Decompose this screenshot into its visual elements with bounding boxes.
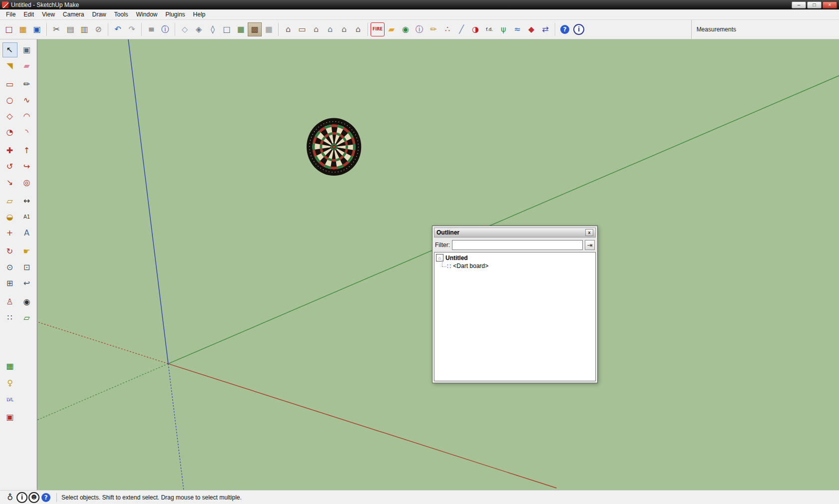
menu-draw[interactable]: Draw xyxy=(88,10,110,19)
rectangle-tool[interactable]: ▭ xyxy=(2,77,17,92)
contrast-plugin-button[interactable]: ◑ xyxy=(468,22,482,36)
add-location-button[interactable]: ◉ xyxy=(399,22,413,36)
outliner-close-button[interactable]: x xyxy=(585,229,593,236)
menu-file[interactable]: File xyxy=(2,10,19,19)
zoom-previous-tool[interactable]: ↩ xyxy=(19,276,34,291)
titlebar[interactable]: Untitled - SketchUp Make – □ × xyxy=(0,0,839,9)
close-button[interactable]: × xyxy=(823,1,837,8)
move-tool[interactable]: ✚ xyxy=(2,143,17,158)
view-left-button[interactable]: ⌂ xyxy=(351,22,365,36)
plugin-lamp-tool[interactable]: ♀ xyxy=(2,376,17,391)
menu-camera[interactable]: Camera xyxy=(59,10,88,19)
style-wireframe-button[interactable]: ◊ xyxy=(206,22,220,36)
copy-button[interactable]: ▤ xyxy=(63,22,77,36)
style-back-edges-button[interactable]: ◈ xyxy=(192,22,206,36)
water-plugin-button[interactable]: ≈ xyxy=(510,22,524,36)
dimension-tool[interactable]: ↔ xyxy=(19,194,34,209)
arc-tool[interactable]: ◠ xyxy=(19,109,34,124)
minimize-button[interactable]: – xyxy=(792,1,806,8)
plugin-lvl-tool[interactable]: LVL xyxy=(2,393,17,408)
two-point-arc-tool[interactable]: ◝ xyxy=(19,125,34,140)
freehand-tool[interactable]: ∿ xyxy=(19,93,34,108)
model-info-plugin-button[interactable]: ⓘ xyxy=(413,22,426,36)
cut-button[interactable]: ✂ xyxy=(49,22,63,36)
section-plane-tool[interactable]: ▱ xyxy=(19,310,34,325)
filter-input[interactable] xyxy=(452,240,583,250)
menu-tools[interactable]: Tools xyxy=(110,10,132,19)
filter-apply-button[interactable]: ⇥ xyxy=(585,240,595,250)
zoom-window-tool[interactable]: ⊡ xyxy=(19,260,34,275)
select-tool[interactable]: ↖ xyxy=(2,42,17,57)
follow-me-tool[interactable]: ↪ xyxy=(19,159,34,174)
tree-row-model[interactable]: ⌂ Untitled xyxy=(436,253,594,262)
style-shaded-button[interactable]: ■ xyxy=(234,22,248,36)
measurements-input[interactable] xyxy=(740,24,837,35)
pie-tool[interactable]: ◔ xyxy=(2,125,17,140)
orbit-tool[interactable]: ↻ xyxy=(2,244,17,259)
axes-tool[interactable]: + xyxy=(2,226,17,241)
credits-button[interactable]: i xyxy=(16,492,28,504)
print-button[interactable]: ≡ xyxy=(144,22,158,36)
outliner-titlebar[interactable]: Outliner x xyxy=(434,228,596,238)
offset-tool[interactable]: ◎ xyxy=(19,175,34,190)
push-pull-tool[interactable]: ↑ xyxy=(19,143,34,158)
protractor-tool[interactable]: ◒ xyxy=(2,210,17,225)
open-button[interactable]: ▦ xyxy=(16,22,30,36)
dartboard-object[interactable] xyxy=(307,118,361,176)
eyedropper-plugin-button[interactable]: ╱ xyxy=(454,22,468,36)
save-button[interactable]: ▣ xyxy=(30,22,44,36)
view-back-button[interactable]: ⌂ xyxy=(337,22,351,36)
fd-ruler-plugin-button[interactable]: f.d. xyxy=(482,22,496,36)
undo-button[interactable]: ↶ xyxy=(111,22,125,36)
user-account-button[interactable]: ☻ xyxy=(28,492,40,504)
style-shaded-textures-button[interactable]: ▩ xyxy=(248,22,262,36)
menu-view[interactable]: View xyxy=(38,10,59,19)
view-iso-button[interactable]: ⌂ xyxy=(281,22,295,36)
polygon-tool[interactable]: ◇ xyxy=(2,109,17,124)
viewport[interactable]: Outliner x Filter: ⇥ ⌂ Untitled xyxy=(37,39,839,490)
style-monochrome-button[interactable]: ■ xyxy=(262,22,276,36)
geolocation-button[interactable]: ♁ xyxy=(4,492,16,504)
style-xray-button[interactable]: ◇ xyxy=(178,22,192,36)
maximize-button[interactable]: □ xyxy=(807,1,822,8)
new-button[interactable]: □ xyxy=(2,22,16,36)
menu-help[interactable]: Help xyxy=(189,10,210,19)
model-info-button[interactable]: ⓘ xyxy=(158,22,172,36)
tree-row-dartboard[interactable]: ∷ <Dart board> xyxy=(441,262,594,270)
view-front-button[interactable]: ⌂ xyxy=(309,22,323,36)
menu-window[interactable]: Window xyxy=(132,10,162,19)
pan-tool[interactable]: ☛ xyxy=(19,244,34,259)
export-plugin-button[interactable]: ⇄ xyxy=(538,22,552,36)
plugin-box-tool[interactable]: ▣ xyxy=(2,410,17,425)
view-top-button[interactable]: ▭ xyxy=(295,22,309,36)
zoom-tool[interactable]: ⊙ xyxy=(2,260,17,275)
erase-button[interactable]: ⊘ xyxy=(91,22,105,36)
info-button[interactable]: i xyxy=(572,22,586,36)
circle-tool[interactable]: ○ xyxy=(2,93,17,108)
grass-plugin-button[interactable]: ψ xyxy=(496,22,510,36)
position-camera-tool[interactable]: ♙ xyxy=(2,294,17,309)
redo-button[interactable]: ↷ xyxy=(125,22,139,36)
eraser-tool[interactable]: ▰ xyxy=(19,58,34,73)
colors-plugin-button[interactable]: ∴ xyxy=(440,22,454,36)
paste-button[interactable]: ▥ xyxy=(77,22,91,36)
folder-plugin-button[interactable]: ▰ xyxy=(385,22,399,36)
style-hidden-line-button[interactable]: □ xyxy=(220,22,234,36)
fire-plugin-button[interactable]: FIRE xyxy=(371,22,385,36)
plugin-building-tool[interactable]: ▦ xyxy=(2,359,17,374)
text-tool[interactable]: A1 xyxy=(19,210,34,225)
line-tool[interactable]: ✏ xyxy=(19,77,34,92)
paint-bucket-tool[interactable]: ◥ xyxy=(2,58,17,73)
tape-measure-tool[interactable]: ▱ xyxy=(2,194,17,209)
rotate-tool[interactable]: ↺ xyxy=(2,159,17,174)
walk-tool[interactable]: ∷ xyxy=(2,310,17,325)
shield-plugin-button[interactable]: ◆ xyxy=(524,22,538,36)
3d-text-tool[interactable]: A xyxy=(19,226,34,241)
menu-plugins[interactable]: Plugins xyxy=(161,10,189,19)
pencil-plugin-button[interactable]: ✏ xyxy=(426,22,440,36)
make-component-tool[interactable]: ▣ xyxy=(19,42,34,57)
scale-tool[interactable]: ↘ xyxy=(2,175,17,190)
help-button[interactable]: ? xyxy=(558,22,572,36)
look-around-tool[interactable]: ◉ xyxy=(19,294,34,309)
menu-edit[interactable]: Edit xyxy=(19,10,38,19)
